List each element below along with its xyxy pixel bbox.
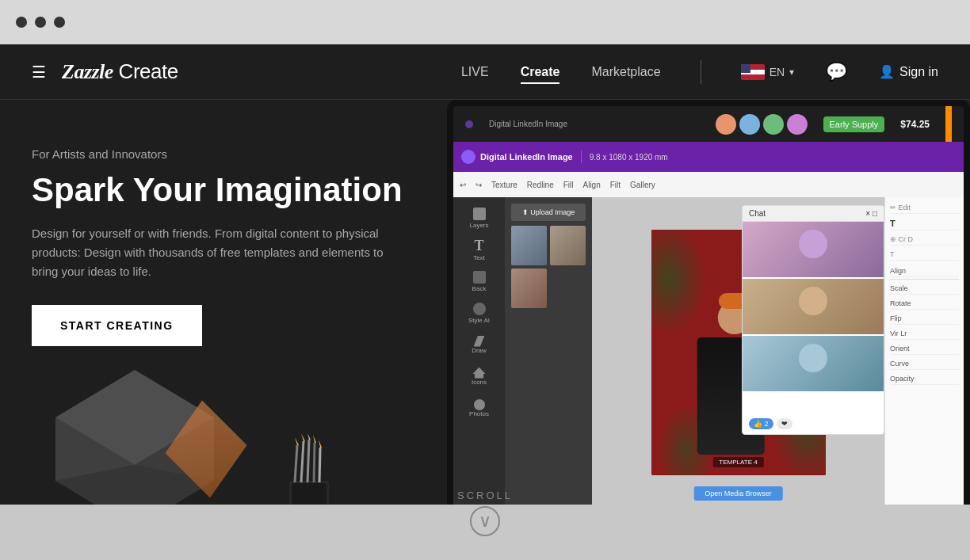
chat-person-3 [743, 336, 884, 391]
chat-person-1 [743, 222, 884, 277]
svg-line-11 [319, 448, 320, 482]
screen-price: $74.25 [900, 119, 930, 130]
avatar-4 [787, 114, 808, 135]
right-panel-rotate: Rotate [890, 298, 959, 310]
laptop-mockup: Digital LinkedIn Image Early Supply $74.… [447, 100, 970, 559]
editor-left-panel: ⬆ Upload Image [505, 197, 592, 507]
right-panel-text2: T [890, 249, 959, 261]
chat-header: Chat × □ [743, 206, 884, 222]
svg-marker-15 [313, 435, 316, 443]
nav-divider [701, 60, 701, 84]
avatar-3 [763, 114, 784, 135]
logo-italic: Zazzle [62, 60, 113, 83]
chat-title: Chat [749, 209, 766, 218]
chat-reactions: 👍 2 ❤ [749, 418, 792, 429]
navbar: ☰ Zazzle Create LIVE Create Marketplace … [0, 44, 970, 100]
image-thumb-1[interactable] [511, 226, 547, 265]
back-icon [473, 271, 486, 284]
right-panel-flip: Flip [890, 313, 959, 325]
tool-redo[interactable]: ↪ [475, 181, 482, 189]
tool-gallery[interactable]: Gallery [630, 181, 655, 189]
sign-in-label: Sign in [899, 65, 938, 79]
title-bar [0, 0, 970, 44]
chat-panel: Chat × □ [742, 205, 884, 435]
window-dot-1 [16, 17, 27, 28]
edit-label: ✏ Edit [890, 204, 911, 211]
screen-balance: Early Supply [823, 116, 885, 132]
chat-body [743, 222, 884, 391]
tool-texture[interactable]: Texture [491, 181, 517, 189]
hero-subtitle: For Artists and Innovators [32, 147, 412, 161]
chat-row-1 [743, 222, 884, 277]
right-panel-scale: Scale [890, 283, 959, 295]
layers-label: Layers [469, 222, 488, 229]
screen-title: Digital LinkedIn Image [489, 120, 567, 128]
window-dot-2 [35, 17, 46, 28]
chat-reaction-1[interactable]: 👍 2 [749, 418, 773, 429]
svg-line-7 [295, 445, 297, 482]
pencil-icon [474, 336, 485, 347]
nav-link-marketplace[interactable]: Marketplace [591, 65, 660, 79]
hero-content: For Artists and Innovators Spark Your Im… [32, 147, 412, 346]
chat-close-icon[interactable]: × □ [865, 209, 877, 218]
avatar-1 [716, 114, 736, 135]
svg-line-10 [314, 443, 315, 482]
toolbar-divider [581, 150, 582, 163]
tool-undo[interactable]: ↩ [460, 181, 466, 189]
upload-image-button[interactable]: ⬆ Upload Image [511, 204, 586, 221]
purple-toolbar: Digital LinkedIn Image 9.8 x 1080 x 1920… [453, 142, 964, 172]
toolbar-subtitle: 9.8 x 1080 x 1920 mm [590, 153, 668, 162]
right-panel-virlr: Vir Lr [890, 328, 959, 340]
scroll-chevron-icon[interactable]: ∨ [470, 506, 500, 536]
tool-redline[interactable]: Redline [527, 181, 554, 189]
right-panel-curve: Curve [890, 358, 959, 370]
chat-icon[interactable]: 💬 [826, 62, 847, 82]
svg-marker-12 [295, 437, 299, 445]
chat-row-2 [743, 279, 884, 334]
right-panel-crop: ⊕ Cr D [890, 234, 959, 246]
sidebar-icon-back[interactable]: Back [464, 267, 495, 295]
hamburger-menu[interactable]: ☰ [32, 63, 46, 82]
right-panel-edit: ✏ Edit [890, 202, 959, 214]
svg-line-9 [307, 440, 309, 482]
screen-orange-bar [945, 106, 952, 142]
user-icon [474, 399, 485, 410]
tool-fill[interactable]: Fill [563, 181, 574, 189]
chat-reaction-2[interactable]: ❤ [777, 418, 792, 429]
text-label: Text [473, 254, 485, 261]
logo: Zazzle Create [62, 59, 178, 84]
sign-in-button[interactable]: 👤 Sign in [879, 64, 938, 79]
nav-link-live[interactable]: LIVE [461, 65, 489, 79]
sidebar-icon-layers[interactable]: Layers [464, 204, 495, 232]
tool-align[interactable]: Align [583, 181, 601, 189]
right-panel-opacity: Opacity [890, 373, 959, 385]
image-thumb-3[interactable] [511, 269, 547, 308]
text-icon: T [474, 238, 483, 254]
language-selector[interactable]: EN ▾ [741, 64, 794, 80]
image-thumb-2[interactable] [550, 226, 586, 265]
sidebar-icon-pencil[interactable]: Draw [464, 330, 495, 359]
start-creating-button[interactable]: START CREATING [32, 305, 202, 346]
screen-avatars [716, 114, 808, 135]
text-tool-label: T [890, 219, 896, 228]
svg-line-8 [301, 441, 304, 482]
hero-title: Spark Your Imagination [32, 172, 412, 208]
svg-marker-16 [319, 440, 322, 448]
editor-main: Layers T Text Back Style AI [453, 197, 964, 507]
sidebar-icon-home[interactable]: Icons [464, 362, 495, 390]
window-dot-3 [54, 17, 65, 28]
sidebar-icon-text[interactable]: T Text [464, 235, 495, 264]
chat-row-3 [743, 336, 884, 391]
sidebar-icon-styles[interactable]: Style AI [464, 299, 495, 327]
scroll-indicator: SCROLL ∨ [457, 490, 513, 536]
editor-tools-row: ↩ ↪ Texture Redline Fill Align Filt Gall… [453, 172, 964, 197]
open-media-browser-button[interactable]: Open Media Browser [693, 486, 783, 501]
right-panel-orient: Orient [890, 343, 959, 355]
home-label: Icons [472, 379, 487, 386]
sidebar-icon-user[interactable]: Photos [464, 394, 495, 422]
styles-icon [473, 303, 486, 315]
nav-link-create[interactable]: Create [521, 65, 560, 79]
laptop-screen: Digital LinkedIn Image Early Supply $74.… [447, 100, 970, 512]
screen-logo-dot [465, 120, 473, 128]
tool-filter[interactable]: Filt [610, 181, 621, 189]
